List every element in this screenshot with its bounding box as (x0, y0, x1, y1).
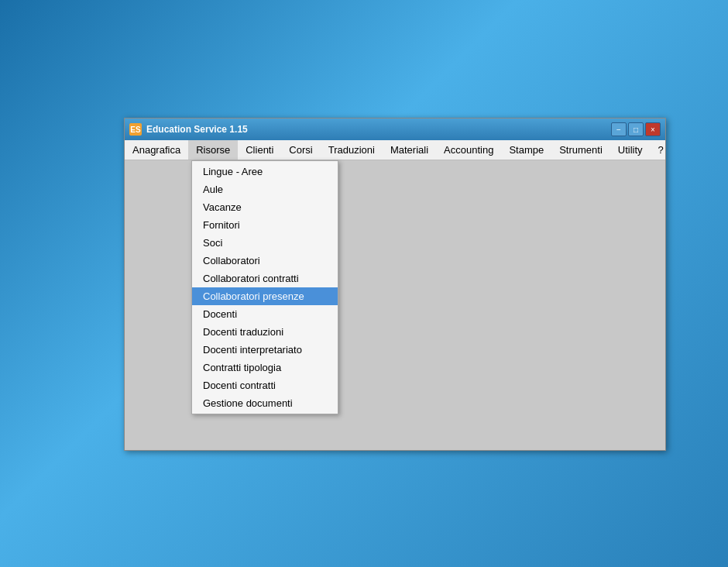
dropdown-item-docenti-interpretariato[interactable]: Docenti interpretariato (192, 341, 338, 359)
menu-risorse[interactable]: Risorse (188, 140, 238, 160)
dropdown-item-lingue-aree[interactable]: Lingue - Aree (192, 163, 338, 180)
dropdown-item-aule[interactable]: Aule (192, 180, 338, 198)
application-window: ES Education Service 1.15 − □ × Anagrafi… (124, 118, 666, 451)
menu-stampe[interactable]: Stampe (501, 140, 551, 160)
menu-materiali[interactable]: Materiali (383, 140, 436, 160)
dropdown-item-collaboratori-contratti[interactable]: Collaboratori contratti (192, 270, 338, 287)
desktop: ES Education Service 1.15 − □ × Anagrafi… (0, 0, 728, 567)
menu-corsi[interactable]: Corsi (281, 140, 320, 160)
menu-bar: Anagrafica Risorse Clienti Corsi Traduzi… (125, 140, 665, 160)
menu-utility[interactable]: Utility (610, 140, 651, 160)
dropdown-item-fornitori[interactable]: Fornitori (192, 216, 338, 234)
menu-strumenti[interactable]: Strumenti (551, 140, 610, 160)
dropdown-item-docenti-traduzioni[interactable]: Docenti traduzioni (192, 323, 338, 341)
dropdown-item-gestione-documenti[interactable]: Gestione documenti (192, 394, 338, 412)
dropdown-item-collaboratori-presenze[interactable]: Collaboratori presenze (192, 287, 338, 305)
risorse-dropdown: Lingue - Aree Aule Vacanze Fornitori Soc… (191, 160, 338, 414)
dropdown-item-soci[interactable]: Soci (192, 234, 338, 252)
dropdown-item-docenti-contratti[interactable]: Docenti contratti (192, 376, 338, 394)
dropdown-item-docenti[interactable]: Docenti (192, 305, 338, 323)
menu-anagrafica[interactable]: Anagrafica (125, 140, 188, 160)
menu-help[interactable]: ? (651, 140, 671, 160)
dropdown-item-contratti-tipologia[interactable]: Contratti tipologia (192, 359, 338, 376)
window-controls: − □ × (611, 122, 661, 136)
menu-traduzioni[interactable]: Traduzioni (321, 140, 383, 160)
window-title: Education Service 1.15 (146, 124, 606, 135)
close-button[interactable]: × (645, 122, 661, 136)
title-bar: ES Education Service 1.15 − □ × (125, 119, 665, 140)
maximize-button[interactable]: □ (628, 122, 644, 136)
menu-clienti[interactable]: Clienti (238, 140, 281, 160)
minimize-button[interactable]: − (611, 122, 627, 136)
dropdown-item-vacanze[interactable]: Vacanze (192, 198, 338, 216)
dropdown-item-collaboratori[interactable]: Collaboratori (192, 252, 338, 270)
menu-accounting[interactable]: Accounting (436, 140, 501, 160)
app-icon: ES (129, 123, 142, 136)
